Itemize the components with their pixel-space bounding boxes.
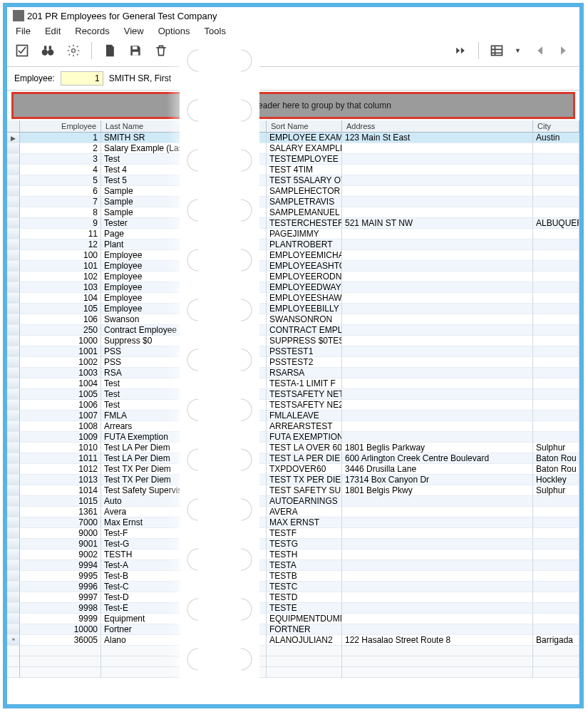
cell-employee[interactable]: 1004 [20, 378, 101, 389]
table-row[interactable]: 1SMITH SREMPLOYEE EXAMPL123 Main St East… [7, 133, 579, 143]
row-handle[interactable] [7, 218, 20, 229]
cell-address[interactable] [342, 368, 533, 378]
cell-sort-name[interactable]: EMPLOYEESHAWN [267, 293, 342, 304]
col-suffix[interactable]: Suffix [215, 120, 267, 132]
cell-city[interactable] [533, 325, 579, 336]
table-row[interactable]: 102EmployeeEMPLOYEERODNEY [7, 272, 579, 282]
table-row[interactable]: 1011Test LA Per DiemTEST LA PER DIE600 A… [7, 453, 579, 464]
cell-suffix[interactable] [215, 496, 267, 507]
table-row[interactable]: 5Test 5TEST 5SALARY OT [7, 175, 579, 186]
table-row[interactable]: 104EmployeeEMPLOYEESHAWN [7, 293, 579, 304]
table-row[interactable]: 1003RSARSARSA [7, 368, 579, 378]
table-row[interactable]: 1012Test TX Per DiemTXPDOVER603446 Drusi… [7, 464, 579, 475]
cell-suffix[interactable] [215, 582, 267, 592]
cell-employee[interactable]: 1006 [20, 400, 101, 411]
cell-sort-name[interactable]: SAMPLETRAVIS [267, 197, 342, 207]
cell-last-name[interactable]: Employee [101, 293, 215, 304]
cell-suffix[interactable] [215, 368, 267, 378]
cell-address[interactable] [342, 175, 533, 186]
cell-sort-name[interactable]: EMPLOYEE EXAMPL [267, 133, 342, 143]
cell-sort-name[interactable]: TESTA [267, 560, 342, 571]
row-handle[interactable] [7, 614, 20, 624]
row-handle[interactable] [7, 592, 20, 603]
cell-suffix[interactable] [215, 261, 267, 272]
cell-employee[interactable]: 9998 [20, 603, 101, 614]
group-by-dropzone[interactable]: Drag a column header here to group by th… [11, 92, 575, 119]
cell-employee[interactable]: 1014 [20, 485, 101, 496]
cell-city[interactable] [533, 368, 579, 378]
row-handle[interactable] [7, 603, 20, 614]
cell-last-name[interactable]: Test-G [101, 539, 215, 550]
cell-suffix[interactable] [215, 464, 267, 475]
cell-last-name[interactable]: Test TX Per Diem [101, 475, 215, 485]
cell-last-name[interactable]: Employee [101, 282, 215, 293]
col-sort-name[interactable]: Sort Name [267, 120, 342, 132]
cell-address[interactable] [342, 229, 533, 239]
table-row[interactable]: 7SampleSAMPLETRAVIS [7, 197, 579, 207]
row-handle[interactable] [7, 282, 20, 293]
cell-suffix[interactable] [215, 411, 267, 421]
cell-city[interactable] [533, 261, 579, 272]
cell-sort-name[interactable]: TXPDOVER60 [267, 464, 342, 475]
cell-sort-name[interactable]: TESTG [267, 539, 342, 550]
table-row[interactable]: 1001PSSPSSTEST1 [7, 346, 579, 357]
cell-suffix[interactable] [215, 229, 267, 239]
row-handle[interactable] [7, 175, 20, 186]
row-handle[interactable] [7, 389, 20, 400]
cell-last-name[interactable]: Avera [101, 507, 215, 517]
cell-address[interactable] [342, 207, 533, 218]
cell-suffix[interactable] [215, 250, 267, 261]
cell-sort-name[interactable]: FORTNER [267, 624, 342, 635]
cell-employee[interactable]: 104 [20, 293, 101, 304]
cell-city[interactable] [533, 239, 579, 250]
table-row[interactable]: 8SampleSAMPLEMANUEL [7, 207, 579, 218]
row-handle[interactable] [7, 229, 20, 239]
cell-sort-name[interactable]: TESTERCHESTER [267, 218, 342, 229]
row-handle[interactable] [7, 517, 20, 528]
cell-city[interactable] [533, 400, 579, 411]
cell-city[interactable] [533, 143, 579, 154]
cell-sort-name[interactable]: EMPLOYEEDWAYNE [267, 282, 342, 293]
cell-address[interactable] [342, 603, 533, 614]
cell-last-name[interactable]: Test [101, 154, 215, 165]
cell-city[interactable] [533, 592, 579, 603]
cell-employee[interactable]: 9997 [20, 592, 101, 603]
cell-employee[interactable]: 1011 [20, 453, 101, 464]
cell-employee[interactable]: 10000 [20, 624, 101, 635]
menu-records[interactable]: Records [75, 26, 109, 36]
undo-icon[interactable] [179, 43, 195, 58]
cell-sort-name[interactable]: TESTB [267, 571, 342, 582]
cell-suffix[interactable] [215, 197, 267, 207]
table-row[interactable]: 9994Test-ATESTA [7, 560, 579, 571]
cell-address[interactable] [342, 197, 533, 207]
cell-employee[interactable]: 11 [20, 229, 101, 239]
cell-suffix[interactable] [215, 336, 267, 346]
cell-employee[interactable]: 100 [20, 250, 101, 261]
cell-last-name[interactable]: Test-E [101, 603, 215, 614]
cell-city[interactable] [533, 539, 579, 550]
cell-address[interactable] [342, 293, 533, 304]
cell-employee[interactable]: 9000 [20, 528, 101, 539]
table-row[interactable]: 1005TestTESTSAFETY NET [7, 389, 579, 400]
cell-employee[interactable]: 1012 [20, 464, 101, 475]
cell-suffix[interactable] [215, 389, 267, 400]
cell-city[interactable] [533, 250, 579, 261]
cell-last-name[interactable]: TESTH [101, 550, 215, 560]
cell-address[interactable] [342, 496, 533, 507]
table-row[interactable]: 9998Test-ETESTE [7, 603, 579, 614]
cell-last-name[interactable]: Auto [101, 496, 215, 507]
cell-last-name[interactable]: Test-F [101, 528, 215, 539]
cell-sort-name[interactable]: AUTOEARNINGS [267, 496, 342, 507]
cell-sort-name[interactable]: TESTC [267, 582, 342, 592]
cell-last-name[interactable]: Swanson [101, 314, 215, 325]
table-row[interactable]: 1000Suppress $0SUPPRESS $0TEST [7, 336, 579, 346]
save-icon[interactable] [128, 43, 143, 58]
cell-city[interactable] [533, 293, 579, 304]
cell-employee[interactable]: 6 [20, 186, 101, 197]
cell-suffix[interactable] [215, 624, 267, 635]
caret-down-icon[interactable]: ▼ [515, 47, 521, 54]
table-row[interactable]: 6SampleSAMPLEHECTOR [7, 186, 579, 197]
cell-suffix[interactable] [215, 272, 267, 282]
data-grid[interactable]: 1SMITH SREMPLOYEE EXAMPL123 Main St East… [7, 133, 579, 678]
cell-employee[interactable]: 250 [20, 325, 101, 336]
